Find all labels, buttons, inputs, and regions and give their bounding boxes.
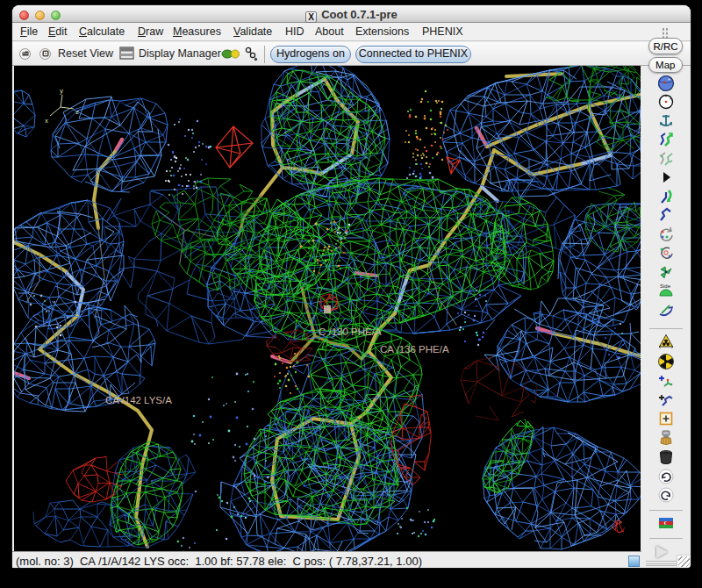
svg-text:Side: Side [660, 283, 671, 289]
svg-text:C /130 PHE/A: C /130 PHE/A [319, 326, 382, 337]
svg-text:CA /136 PHE/A: CA /136 PHE/A [380, 344, 449, 355]
svg-text:CA /142 LYS/A: CA /142 LYS/A [105, 395, 172, 405]
svg-text:x: x [45, 117, 48, 125]
svg-text:y: y [60, 87, 63, 95]
svg-text:z: z [75, 108, 79, 116]
